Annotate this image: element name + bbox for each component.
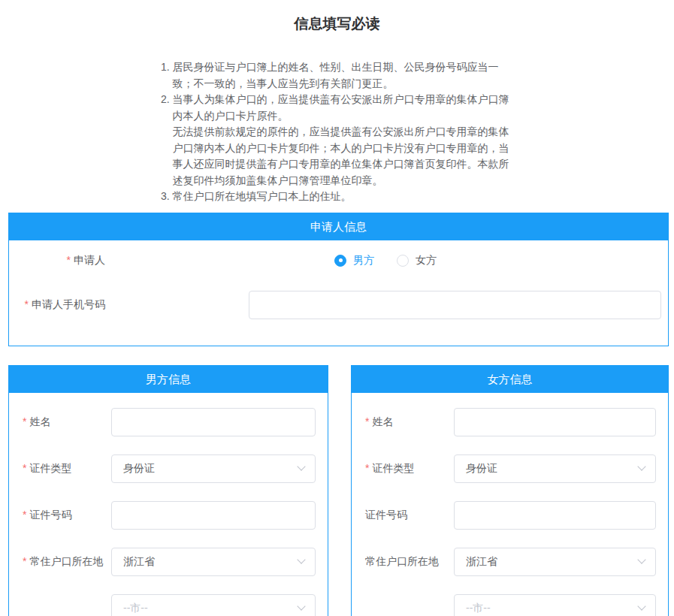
applicant-row: *申请人 男方 女方 bbox=[9, 251, 668, 270]
field-label-text: 证件类型 bbox=[372, 462, 414, 474]
male-section: 男方信息 *姓名 *证件类型 身份证 *证件号码 *常住户口所在地 浙江省 bbox=[8, 365, 328, 616]
field-label-text: 常住户口所在地 bbox=[29, 555, 103, 567]
instruction-item: 居民身份证与户口簿上的姓名、性别、出生日期、公民身份号码应当一致；不一致的，当事… bbox=[173, 59, 517, 92]
male-id-type-row: *证件类型 身份证 bbox=[23, 454, 316, 483]
required-asterisk: * bbox=[67, 254, 71, 266]
required-asterisk: * bbox=[23, 415, 26, 427]
radio-selected-icon bbox=[334, 255, 346, 267]
field-label-text: 姓名 bbox=[29, 415, 50, 427]
radio-female-label: 女方 bbox=[416, 254, 437, 267]
person-sections: 男方信息 *姓名 *证件类型 身份证 *证件号码 *常住户口所在地 浙江省 bbox=[8, 365, 669, 616]
chevron-down-icon bbox=[637, 462, 645, 470]
female-id-type-row: *证件类型 身份证 bbox=[365, 454, 656, 483]
required-asterisk: * bbox=[23, 555, 26, 567]
radio-dot bbox=[339, 258, 343, 262]
female-id-type-select[interactable]: 身份证 bbox=[454, 454, 656, 483]
field-label: *常住户口所在地 bbox=[23, 555, 111, 569]
male-id-number-row: *证件号码 bbox=[23, 501, 316, 530]
female-id-number-input[interactable] bbox=[454, 501, 656, 530]
radio-male[interactable]: 男方 bbox=[334, 254, 374, 267]
male-name-input[interactable] bbox=[111, 408, 316, 436]
field-label-text: 姓名 bbox=[372, 415, 393, 427]
phone-label-text: 申请人手机号码 bbox=[32, 298, 105, 310]
required-asterisk: * bbox=[25, 298, 29, 310]
male-id-number-input[interactable] bbox=[111, 501, 316, 530]
field-label: 证件号码 bbox=[365, 509, 454, 522]
radio-male-label: 男方 bbox=[353, 254, 374, 267]
select-placeholder: --市-- bbox=[123, 602, 148, 615]
field-label-text: 证件号码 bbox=[29, 509, 71, 521]
chevron-down-icon bbox=[637, 555, 645, 563]
radio-unselected-icon bbox=[397, 255, 409, 267]
male-city-select[interactable]: --市-- bbox=[111, 594, 316, 616]
field-label: *证件类型 bbox=[23, 462, 111, 476]
required-asterisk: * bbox=[365, 462, 369, 474]
select-value: 身份证 bbox=[466, 462, 497, 476]
female-city-select[interactable]: --市-- bbox=[454, 594, 656, 616]
field-label-text: 证件号码 bbox=[365, 509, 407, 521]
female-id-number-row: 证件号码 bbox=[365, 501, 656, 530]
phone-label: *申请人手机号码 bbox=[9, 298, 105, 312]
field-label: *姓名 bbox=[23, 415, 111, 429]
radio-female[interactable]: 女方 bbox=[397, 254, 437, 267]
male-id-type-select[interactable]: 身份证 bbox=[111, 454, 316, 483]
female-fields: *姓名 *证件类型 身份证 证件号码 常住户口所在地 浙江省 bbox=[352, 393, 668, 616]
male-province-row: *常住户口所在地 浙江省 bbox=[23, 548, 316, 576]
field-label-text: 证件类型 bbox=[29, 462, 71, 474]
select-value: 浙江省 bbox=[123, 555, 155, 569]
field-label: *证件号码 bbox=[23, 509, 111, 522]
instruction-text: 无法提供前款规定的原件的，应当提供盖有公安派出所户口专用章的集体户口簿内本人的户… bbox=[173, 124, 517, 189]
male-name-row: *姓名 bbox=[23, 408, 316, 436]
male-section-header: 男方信息 bbox=[9, 366, 328, 393]
male-fields: *姓名 *证件类型 身份证 *证件号码 *常住户口所在地 浙江省 bbox=[9, 393, 328, 616]
phone-row: *申请人手机号码 bbox=[9, 291, 668, 319]
select-placeholder: --市-- bbox=[466, 602, 491, 615]
instruction-item: 当事人为集体户口的，应当提供盖有公安派出所户口专用章的集体户口簿内本人的户口卡片… bbox=[173, 92, 517, 189]
phone-input[interactable] bbox=[249, 291, 661, 319]
female-city-row: --市-- bbox=[365, 594, 656, 616]
field-label-text: 常住户口所在地 bbox=[365, 555, 439, 567]
required-asterisk: * bbox=[365, 415, 369, 427]
instructions-list: 居民身份证与户口簿上的姓名、性别、出生日期、公民身份号码应当一致；不一致的，当事… bbox=[158, 59, 517, 205]
female-province-row: 常住户口所在地 浙江省 bbox=[365, 548, 656, 576]
select-value: 浙江省 bbox=[466, 555, 497, 569]
female-section: 女方信息 *姓名 *证件类型 身份证 证件号码 常住户口所在地 浙江省 bbox=[351, 365, 669, 616]
applicant-section-header: 申请人信息 bbox=[9, 213, 668, 240]
female-province-select[interactable]: 浙江省 bbox=[454, 548, 656, 576]
instruction-item: 常住户口所在地填写户口本上的住址。 bbox=[173, 189, 517, 205]
chevron-down-icon bbox=[637, 602, 645, 610]
female-name-row: *姓名 bbox=[365, 408, 656, 436]
field-label: *证件类型 bbox=[365, 462, 454, 476]
instruction-text: 常住户口所在地填写户口本上的住址。 bbox=[173, 189, 517, 205]
required-asterisk: * bbox=[23, 509, 26, 521]
applicant-section: 申请人信息 *申请人 男方 女方 *申请人手机号码 bbox=[8, 213, 669, 346]
page-title: 信息填写必读 bbox=[0, 0, 674, 34]
chevron-down-icon bbox=[297, 462, 305, 470]
select-value: 身份证 bbox=[123, 462, 155, 476]
applicant-label: *申请人 bbox=[9, 254, 105, 267]
female-section-header: 女方信息 bbox=[352, 366, 668, 393]
required-asterisk: * bbox=[23, 462, 26, 474]
chevron-down-icon bbox=[297, 555, 305, 563]
field-label: *姓名 bbox=[365, 415, 454, 429]
field-label: 常住户口所在地 bbox=[365, 555, 454, 569]
instruction-text: 居民身份证与户口簿上的姓名、性别、出生日期、公民身份号码应当一致；不一致的，当事… bbox=[173, 59, 517, 92]
male-province-select[interactable]: 浙江省 bbox=[111, 548, 316, 576]
applicant-radio-group: 男方 女方 bbox=[334, 254, 459, 267]
female-name-input[interactable] bbox=[454, 408, 656, 436]
male-city-row: --市-- bbox=[23, 594, 316, 616]
applicant-label-text: 申请人 bbox=[74, 254, 105, 266]
instruction-text: 当事人为集体户口的，应当提供盖有公安派出所户口专用章的集体户口簿内本人的户口卡片… bbox=[173, 92, 517, 124]
chevron-down-icon bbox=[297, 602, 305, 610]
